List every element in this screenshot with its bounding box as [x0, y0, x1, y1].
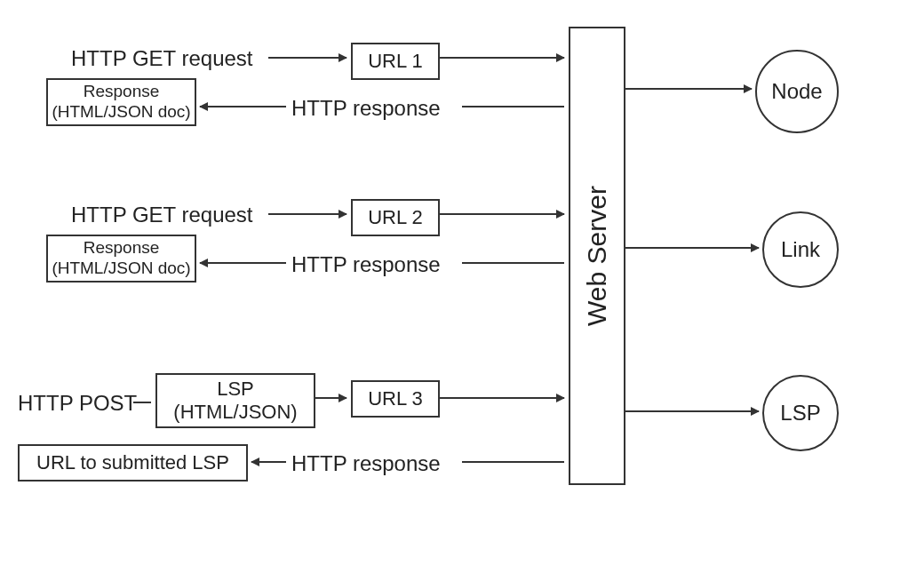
web-server-label: Web Server	[582, 186, 612, 326]
url-3-box: URL 3	[351, 380, 440, 418]
response-box-2: Response (HTML/JSON doc)	[46, 235, 196, 283]
http-response-3-label: HTTP response	[291, 451, 441, 476]
web-server-box: Web Server	[569, 27, 625, 485]
http-post-label: HTTP POST	[18, 391, 137, 416]
url-2-box: URL 2	[351, 199, 440, 236]
lsp-circle: LSP	[762, 375, 839, 451]
http-response-2-label: HTTP response	[291, 252, 441, 277]
diagram-canvas: HTTP GET request Response (HTML/JSON doc…	[0, 0, 924, 581]
http-get-request-1-label: HTTP GET request	[71, 46, 253, 71]
link-circle: Link	[762, 211, 839, 288]
response-box-1: Response (HTML/JSON doc)	[46, 78, 196, 126]
node-circle: Node	[755, 50, 839, 133]
http-response-1-label: HTTP response	[291, 96, 441, 121]
http-get-request-2-label: HTTP GET request	[71, 203, 253, 227]
url-to-submitted-lsp-box: URL to submitted LSP	[18, 444, 248, 482]
lsp-body-box: LSP (HTML/JSON)	[155, 373, 315, 428]
url-1-box: URL 1	[351, 43, 440, 80]
